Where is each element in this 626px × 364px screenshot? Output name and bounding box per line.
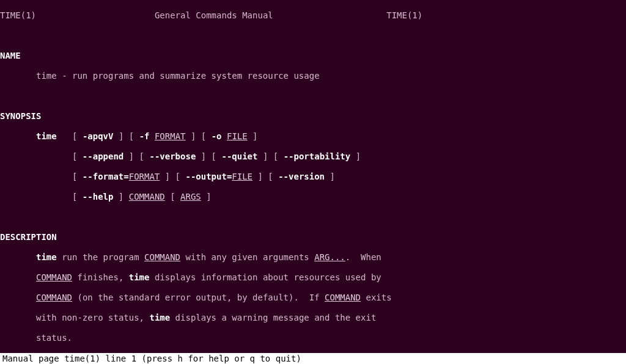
arg-format: FORMAT xyxy=(155,131,186,141)
section-synopsis: SYNOPSIS xyxy=(0,111,626,122)
pager-status-text: Manual page time(1) line 1 (press h for … xyxy=(2,354,301,363)
opt-portability: --portability xyxy=(284,151,351,161)
synopsis-cmd: time xyxy=(36,131,57,141)
desc-line: COMMAND finishes, time displays informat… xyxy=(0,272,626,283)
section-name: NAME xyxy=(0,51,626,61)
desc-line: status. xyxy=(0,333,626,343)
arg-args: ARGS xyxy=(180,192,201,202)
man-page-viewer[interactable]: TIME(1) General Commands Manual TIME(1) … xyxy=(0,0,626,364)
opt-append: --append xyxy=(83,151,123,161)
opt-o: -o xyxy=(212,131,222,141)
desc-line: COMMAND (on the standard error output, b… xyxy=(0,293,626,303)
desc-line: with non-zero status, time displays a wa… xyxy=(0,313,626,323)
opt-f: -f xyxy=(139,131,150,141)
opt-output-long: --output= xyxy=(185,172,232,181)
header-line: TIME(1) General Commands Manual TIME(1) xyxy=(0,10,626,21)
synopsis-line-4: [ --help ] COMMAND [ ARGS ] xyxy=(0,192,626,202)
section-description: DESCRIPTION xyxy=(0,232,626,242)
arg-file2: FILE xyxy=(232,172,252,181)
opt-help: --help xyxy=(83,192,114,202)
arg-command: COMMAND xyxy=(129,192,165,202)
arg-format2: FORMAT xyxy=(129,172,160,181)
arg-file: FILE xyxy=(227,131,248,141)
header-right: TIME(1) xyxy=(386,10,422,20)
desc-line: time run the program COMMAND with any gi… xyxy=(0,252,626,263)
pager-status-bar: Manual page time(1) line 1 (press h for … xyxy=(0,353,626,364)
header-center: General Commands Manual xyxy=(155,10,273,20)
synopsis-line-3: [ --format=FORMAT ] [ --output=FILE ] [ … xyxy=(0,172,626,182)
opt-verbose: --verbose xyxy=(149,151,196,161)
synopsis-line-2: [ --append ] [ --verbose ] [ --quiet ] [… xyxy=(0,151,626,162)
header-left: TIME(1) xyxy=(0,10,36,20)
synopsis-short-options: -apqvV xyxy=(83,131,114,141)
opt-format-long: --format= xyxy=(83,172,129,181)
opt-version: --version xyxy=(278,172,325,181)
synopsis-line-1: time [ -apqvV ] [ -f FORMAT ] [ -o FILE … xyxy=(0,131,626,142)
name-line: time - run programs and summarize system… xyxy=(0,71,626,81)
opt-quiet: --quiet xyxy=(221,151,257,161)
